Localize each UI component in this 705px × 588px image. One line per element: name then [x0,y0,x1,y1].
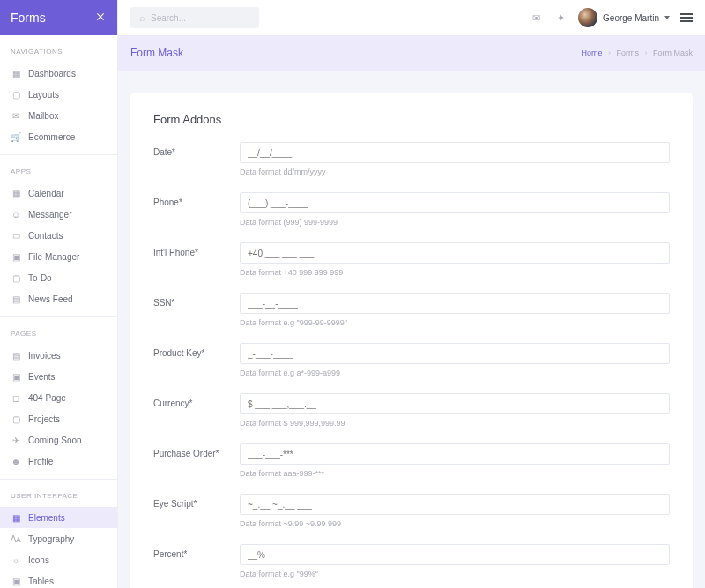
brand-bar: Forms [0,0,117,35]
search-box[interactable]: ⌕ [130,7,259,28]
nav-heading: PAGES [0,330,117,345]
field-eye-script: Eye Script* Data format ~9.99 ~9.99 999 [153,494,670,528]
sidebar-item-projects[interactable]: ▢Projects [0,408,117,429]
sidebar-item-404[interactable]: ◻404 Page [0,387,117,408]
nav-label: Projects [28,414,60,424]
field-label: SSN* [153,293,240,308]
field-label: Product Key* [153,343,240,358]
sidebar-item-mailbox[interactable]: ✉Mailbox [0,105,117,126]
sidebar-item-newsfeed[interactable]: ▤News Feed [0,288,117,309]
sidebar-item-contacts[interactable]: ▭Contacts [0,225,117,246]
percent-input[interactable] [240,544,670,565]
nav-label: Invoices [28,351,61,361]
eye-script-input[interactable] [240,494,670,515]
invoice-icon: ▤ [11,350,21,361]
sidebar-item-dashboards[interactable]: ▦Dashboards [0,63,117,84]
nav-label: Ecommerce [28,132,75,142]
sidebar-item-todo[interactable]: ▢To-Do [0,267,117,288]
nav-label: Icons [28,555,49,565]
sidebar-item-elements[interactable]: ▦Elements [0,507,117,528]
nav-label: Dashboards [28,69,76,78]
menu-toggle-icon[interactable] [680,11,693,25]
brand-title: Forms [11,11,46,25]
user-menu[interactable]: George Martin [578,8,670,27]
field-helper: Data format e.g "999-99-9999" [240,318,670,327]
sidebar-item-messanger[interactable]: ☺Messanger [0,204,117,225]
topbar: ⌕ ✉ ✦ George Martin [118,0,705,35]
field-intl-phone: Int'l Phone* Data format +40 999 999 999 [153,242,670,277]
user-name: George Martin [603,13,659,23]
ssn-input[interactable] [240,293,670,314]
purchase-order-input[interactable] [240,443,670,465]
nav-label: File Manager [28,252,79,262]
card-title: Form Addons [153,113,670,126]
sidebar-item-calendar[interactable]: ▦Calendar [0,182,117,204]
sidebar-item-icons[interactable]: ☼Icons [0,549,117,570]
field-label: Currency* [153,393,240,408]
sidebar-item-profile[interactable]: ☻Profile [0,450,117,472]
currency-input[interactable] [240,393,670,414]
page-header: Form Mask Home › Forms › Form Mask [118,35,705,71]
nav-label: Elements [28,513,65,523]
breadcrumb: Home › Forms › Form Mask [581,48,693,57]
crumb-current: Form Mask [653,48,693,57]
search-input[interactable] [151,13,250,23]
grid-icon: ▦ [11,512,21,523]
field-helper: Data format e.g "99%" [240,569,670,578]
nav-label: Tables [28,577,54,586]
nav-label: News Feed [28,294,73,304]
sun-icon: ☼ [11,555,21,565]
feed-icon: ▤ [11,294,21,304]
date-input[interactable] [240,142,670,163]
contacts-icon: ▭ [11,230,21,241]
sidebar-item-tables[interactable]: ▣Tables [0,570,117,588]
field-label: Eye Script* [153,494,240,509]
intl-phone-input[interactable] [240,242,670,264]
crumb-sep: › [644,48,647,57]
field-label: Purchase Order* [153,443,240,458]
type-icon: Aᴀ [11,533,21,544]
field-date: Date* Data format dd/mm/yyyy [153,142,670,176]
sidebar-item-ecommerce[interactable]: 🛒Ecommerce [0,126,117,147]
sidebar-item-comingsoon[interactable]: ✈Coming Soon [0,429,117,450]
field-percent: Percent* Data format e.g "99%" [153,544,670,578]
folder-icon: ▣ [11,251,21,262]
sidebar-item-filemanager[interactable]: ▣File Manager [0,246,117,267]
user-icon: ☻ [11,456,21,466]
nav-label: To-Do [28,273,52,283]
sidebar-item-typography[interactable]: AᴀTypography [0,528,117,549]
field-phone: Phone* Data format (999) 999-9999 [153,192,670,227]
sidebar-item-events[interactable]: ▣Events [0,366,117,387]
field-helper: Data format dd/mm/yyyy [240,167,670,176]
crumb-home[interactable]: Home [581,48,602,57]
content: Form Addons Date* Data format dd/mm/yyyy… [118,71,705,588]
nav-label: Coming Soon [28,435,82,445]
mail-icon[interactable]: ✉ [529,11,543,25]
sidebar: Forms NAVIGATIONS ▦Dashboards ▢Layouts ✉… [0,0,118,588]
phone-input[interactable] [240,192,670,213]
nav-label: Typography [28,534,74,544]
collapse-icon[interactable] [94,11,107,26]
field-ssn: SSN* Data format e.g "999-99-9999" [153,293,670,327]
bell-icon[interactable]: ✦ [553,11,568,25]
table-icon: ▣ [11,576,21,586]
nav-label: Mailbox [28,111,58,121]
search-icon: ⌕ [139,12,145,23]
nav-heading: APPS [0,167,117,182]
field-label: Int'l Phone* [153,242,240,257]
field-label: Phone* [153,192,240,207]
dashboard-icon: ▦ [11,68,21,78]
clipboard-icon: ▢ [11,272,21,283]
nav-section-pages: PAGES ▤Invoices ▣Events ◻404 Page ▢Proje… [0,317,117,472]
chevron-down-icon [664,16,670,19]
nav-label: Calendar [28,189,64,198]
field-helper: Data format ~9.99 ~9.99 999 [240,519,670,528]
sidebar-item-invoices[interactable]: ▤Invoices [0,345,117,366]
layouts-icon: ▢ [11,89,21,100]
field-currency: Currency* Data format $ 999,999,999.99 [153,393,670,428]
product-key-input[interactable] [240,343,670,364]
nav-label: 404 Page [28,393,66,403]
field-label: Percent* [153,544,240,559]
crumb-sep: › [608,48,611,57]
sidebar-item-layouts[interactable]: ▢Layouts [0,84,117,105]
